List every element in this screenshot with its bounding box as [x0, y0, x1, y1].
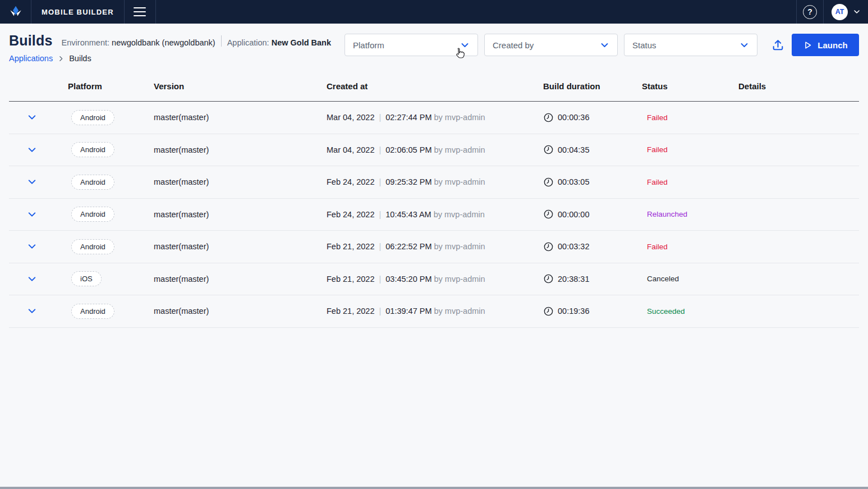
date-time-separator: | [379, 210, 381, 219]
created-at-cell: Feb 24, 2022|10:45:43 AM by mvp-admin [327, 210, 539, 219]
version-cell: master(master) [154, 210, 327, 219]
version-cell: master(master) [154, 145, 327, 154]
row-expand-button[interactable] [26, 176, 38, 188]
filter-toolbar: Platform Created by Status [345, 34, 859, 56]
chevron-down-icon [600, 40, 609, 50]
created-by-filter-placeholder: Created by [493, 40, 534, 50]
clock-icon [543, 306, 554, 317]
export-button[interactable] [768, 34, 787, 56]
clock-icon [543, 177, 554, 188]
build-duration-cell: 20:38:31 [539, 273, 642, 284]
row-expand-button[interactable] [26, 240, 38, 253]
created-date: Feb 21, 2022 [327, 307, 374, 316]
platform-filter[interactable]: Platform [345, 34, 478, 56]
breadcrumb: Applications Builds [9, 54, 331, 63]
breadcrumb-link-applications[interactable]: Applications [9, 54, 53, 63]
created-time: 06:22:52 PM [385, 242, 431, 251]
clock-icon [543, 209, 554, 220]
application-value: New Gold Bank [272, 38, 331, 47]
platform-badge: Android [71, 175, 114, 190]
duration-value: 00:00:36 [558, 113, 589, 122]
brand-title-cell: MOBILE BUILDER [31, 0, 125, 24]
build-duration-cell: 00:03:32 [539, 241, 642, 252]
status-cell: Failed [642, 145, 738, 154]
launch-button[interactable]: Launch [792, 34, 859, 56]
chevron-down-icon [740, 40, 749, 50]
expand-cell [9, 305, 68, 317]
row-expand-button[interactable] [26, 144, 38, 156]
user-menu[interactable]: AT [823, 0, 868, 24]
topbar-spacer [156, 0, 796, 24]
chevron-down-icon [27, 306, 37, 316]
logo-icon [8, 4, 23, 19]
duration-value: 00:00:00 [558, 210, 589, 219]
status-cell: Failed [642, 178, 738, 186]
duration-value: 20:38:31 [558, 275, 589, 284]
column-header-status: Status [642, 81, 738, 91]
created-date: Feb 24, 2022 [327, 210, 374, 219]
topbar: MOBILE BUILDER ? AT [0, 0, 868, 24]
platform-badge: Android [71, 207, 114, 222]
platform-badge: Android [71, 142, 114, 157]
created-date: Feb 21, 2022 [327, 275, 374, 284]
platform-cell: Android [68, 142, 154, 157]
created-date: Feb 24, 2022 [327, 177, 374, 186]
environment-label: Environment: [62, 38, 109, 47]
hamburger-menu-button[interactable] [125, 0, 156, 24]
table-row: Android master(master) Feb 21, 2022|01:3… [9, 295, 859, 328]
platform-cell: Android [68, 207, 154, 222]
version-cell: master(master) [154, 242, 327, 251]
chevron-down-icon [27, 209, 37, 220]
clock-icon [543, 144, 554, 155]
created-time: 03:45:20 PM [385, 275, 431, 284]
chevron-down-icon [460, 40, 470, 50]
platform-cell: Android [68, 175, 154, 190]
builds-table: Platform Version Created at Build durati… [9, 71, 859, 328]
created-by: by mvp-admin [434, 307, 485, 316]
created-at-cell: Mar 04, 2022|02:06:05 PM by mvp-admin [327, 145, 539, 154]
created-at-cell: Feb 21, 2022|01:39:47 PM by mvp-admin [327, 307, 539, 316]
chevron-down-icon [27, 145, 37, 155]
status-filter[interactable]: Status [624, 34, 757, 56]
environment-info: Environment: newgoldbank (newgoldbank) [62, 38, 215, 47]
clock-icon [543, 112, 554, 123]
status-cell: Succeeded [642, 307, 738, 316]
created-at-cell: Feb 21, 2022|06:22:52 PM by mvp-admin [327, 242, 539, 251]
row-expand-button[interactable] [26, 273, 38, 285]
environment-value: newgoldbank (newgoldbank) [112, 38, 215, 47]
help-icon: ? [803, 5, 817, 19]
build-duration-cell: 00:03:05 [539, 177, 642, 188]
chevron-down-icon [27, 241, 37, 252]
created-by: by mvp-admin [434, 177, 485, 186]
created-by: by mvp-admin [434, 145, 485, 154]
platform-badge: iOS [71, 271, 102, 286]
help-button[interactable]: ? [796, 0, 823, 24]
table-row: iOS master(master) Feb 21, 2022|03:45:20… [9, 263, 859, 296]
table-row: Android master(master) Mar 04, 2022|02:2… [9, 102, 859, 134]
created-date: Feb 21, 2022 [327, 242, 374, 251]
expand-cell [9, 208, 68, 221]
column-header-details: Details [738, 81, 859, 91]
date-time-separator: | [379, 307, 381, 316]
version-cell: master(master) [154, 113, 327, 122]
table-row: Android master(master) Mar 04, 2022|02:0… [9, 134, 859, 167]
chevron-down-icon [27, 177, 37, 187]
date-time-separator: | [379, 242, 381, 251]
horizontal-scrollbar[interactable] [0, 487, 868, 489]
page-title: Builds [9, 33, 53, 49]
play-icon [803, 40, 812, 50]
header-divider [221, 35, 222, 47]
date-time-separator: | [379, 177, 381, 186]
row-expand-button[interactable] [26, 111, 38, 124]
created-time: 02:06:05 PM [385, 145, 431, 154]
clock-icon [543, 241, 554, 252]
build-duration-cell: 00:00:00 [539, 209, 642, 220]
row-expand-button[interactable] [26, 305, 38, 317]
table-row: Android master(master) Feb 24, 2022|10:4… [9, 199, 859, 231]
row-expand-button[interactable] [26, 208, 38, 221]
build-duration-cell: 00:00:36 [539, 112, 642, 123]
app-logo[interactable] [0, 0, 31, 24]
brand-title: MOBILE BUILDER [42, 8, 114, 16]
duration-value: 00:03:05 [558, 177, 589, 186]
created-by-filter[interactable]: Created by [484, 34, 618, 56]
